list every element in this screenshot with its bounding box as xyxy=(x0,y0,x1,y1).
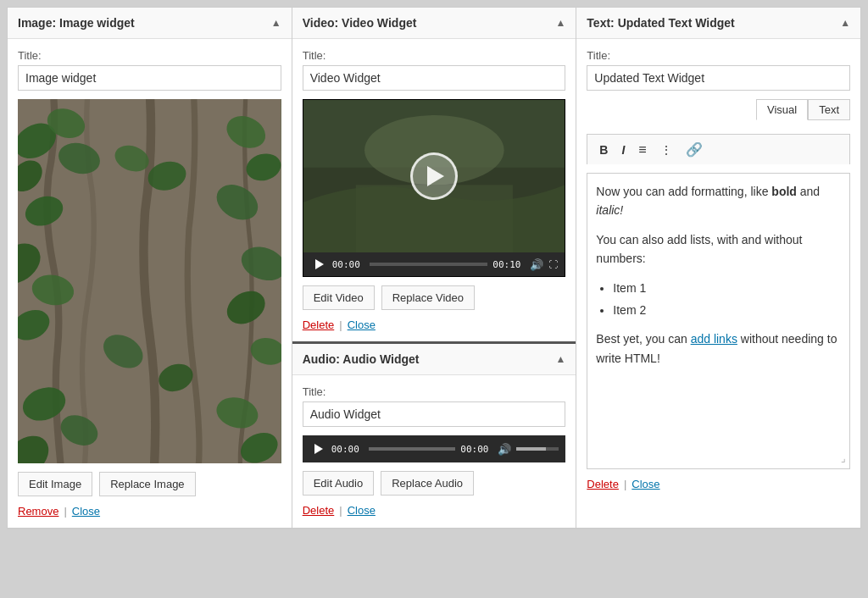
audio-time-total: 00:00 xyxy=(460,444,492,455)
toolbar-italic-button[interactable]: I xyxy=(616,141,630,158)
audio-time-current: 00:00 xyxy=(331,444,364,455)
editor-paragraph-3: Best yet, you can add links without need… xyxy=(596,329,841,368)
editor-add-links[interactable]: add links xyxy=(691,332,737,346)
video-link-separator: | xyxy=(339,318,342,331)
image-widget-header: Image: Image widget ▲ xyxy=(8,8,292,39)
editor-list: Item 1 Item 2 xyxy=(613,279,841,320)
editor-list-item-2: Item 2 xyxy=(613,301,841,319)
image-link-separator: | xyxy=(64,505,66,518)
audio-volume-slider[interactable] xyxy=(516,447,559,451)
edit-video-button[interactable]: Edit Video xyxy=(303,285,375,310)
edit-image-button[interactable]: Edit Image xyxy=(18,472,92,496)
video-delete-link[interactable]: Delete xyxy=(303,318,335,331)
video-player-container: 00:00 00:10 🔊 ⛶ xyxy=(303,99,566,277)
image-preview xyxy=(18,99,281,463)
audio-widget-title: Audio: Audio Widget xyxy=(303,352,420,366)
edit-audio-button[interactable]: Edit Audio xyxy=(303,471,375,496)
audio-title-field-group: Title: xyxy=(303,385,566,427)
editor-tabs: Visual Text xyxy=(587,99,850,120)
video-widget-title: Video: Video Widget xyxy=(303,16,417,30)
video-widget-collapse[interactable]: ▲ xyxy=(555,17,565,29)
video-title-input[interactable] xyxy=(303,65,566,91)
video-thumbnail xyxy=(303,100,565,252)
toolbar-bold-button[interactable]: B xyxy=(594,141,613,158)
audio-button-row: Edit Audio Replace Audio xyxy=(303,471,566,496)
replace-audio-button[interactable]: Replace Audio xyxy=(381,471,474,496)
audio-progress-bar[interactable] xyxy=(369,447,456,451)
video-link-row: Delete | Close xyxy=(303,318,566,331)
text-widget-body: Title: Visual Text B I ≡ ⋮ 🔗 xyxy=(576,39,860,528)
video-play-button[interactable] xyxy=(410,152,458,200)
editor-text-1: Now you can add formatting, like xyxy=(596,185,771,198)
image-title-field-group: Title: xyxy=(18,49,281,91)
image-close-link[interactable]: Close xyxy=(72,505,100,518)
play-triangle-icon xyxy=(427,166,444,186)
image-title-input[interactable] xyxy=(18,65,281,91)
video-controls: 00:00 00:10 🔊 ⛶ xyxy=(303,252,565,276)
text-close-link[interactable]: Close xyxy=(632,478,659,490)
video-time-total: 00:10 xyxy=(492,259,525,270)
image-widget-title: Image: Image widget xyxy=(18,16,135,30)
editor-paragraph-1: Now you can add formatting, like bold an… xyxy=(596,182,841,220)
editor-text-2: and xyxy=(797,185,820,198)
text-title-input[interactable] xyxy=(587,65,850,91)
video-fullscreen-icon[interactable]: ⛶ xyxy=(548,259,558,269)
text-link-separator: | xyxy=(624,478,626,490)
audio-volume-fill xyxy=(516,447,546,451)
editor-italic-text: italic! xyxy=(596,203,623,217)
audio-delete-link[interactable]: Delete xyxy=(303,504,335,517)
video-title-label: Title: xyxy=(303,49,566,62)
image-link-row: Remove | Close xyxy=(18,505,281,518)
audio-link-row: Delete | Close xyxy=(303,504,566,517)
audio-player: 00:00 00:00 🔊 xyxy=(303,435,566,462)
replace-image-button[interactable]: Replace Image xyxy=(99,472,195,496)
video-time-current: 00:00 xyxy=(332,259,364,270)
image-button-row: Edit Image Replace Image xyxy=(18,472,281,496)
video-widget-header: Video: Video Widget ▲ xyxy=(292,8,576,39)
replace-video-button[interactable]: Replace Video xyxy=(381,285,475,310)
video-close-link[interactable]: Close xyxy=(348,318,376,331)
video-title-field-group: Title: xyxy=(303,49,566,91)
text-title-label: Title: xyxy=(587,49,850,62)
editor-list-item-1: Item 1 xyxy=(613,279,841,297)
editor-area[interactable]: Now you can add formatting, like bold an… xyxy=(587,173,850,469)
editor-toolbar: B I ≡ ⋮ 🔗 xyxy=(587,134,850,164)
video-progress-bar[interactable] xyxy=(370,263,488,266)
text-delete-link[interactable]: Delete xyxy=(587,478,619,490)
image-widget-body: Title: xyxy=(8,39,292,528)
video-play-small[interactable] xyxy=(310,256,327,273)
video-volume-icon[interactable]: 🔊 xyxy=(530,258,543,271)
image-widget-collapse[interactable]: ▲ xyxy=(271,17,281,29)
tab-text[interactable]: Text xyxy=(808,99,850,120)
resize-handle-icon[interactable]: ⌟ xyxy=(841,451,846,467)
editor-bold-text: bold xyxy=(771,185,797,198)
video-play-icon xyxy=(315,259,324,269)
ivy-image-inner xyxy=(18,99,281,463)
audio-play-icon xyxy=(314,444,323,454)
ivy-svg xyxy=(18,99,281,463)
toolbar-link-button[interactable]: 🔗 xyxy=(681,140,708,159)
image-remove-link[interactable]: Remove xyxy=(18,505,58,518)
toolbar-ol-button[interactable]: ⋮ xyxy=(655,141,677,158)
audio-volume-icon[interactable]: 🔊 xyxy=(498,443,511,456)
image-title-label: Title: xyxy=(18,49,281,62)
audio-widget-collapse[interactable]: ▲ xyxy=(555,353,565,365)
toolbar-ul-button[interactable]: ≡ xyxy=(633,141,651,159)
text-widget-header: Text: Updated Text Widget ▲ xyxy=(576,8,860,39)
editor-text-3: Best yet, you can xyxy=(596,332,690,346)
audio-play-button[interactable] xyxy=(309,440,326,457)
video-button-row: Edit Video Replace Video xyxy=(303,285,566,310)
audio-title-input[interactable] xyxy=(303,401,566,427)
ivy-image xyxy=(18,99,281,463)
text-widget-title: Text: Updated Text Widget xyxy=(587,16,734,30)
editor-paragraph-2: You can also add lists, with and without… xyxy=(596,230,841,269)
text-link-row: Delete | Close xyxy=(587,478,850,490)
text-widget-collapse[interactable]: ▲ xyxy=(840,17,850,29)
audio-link-separator: | xyxy=(339,504,342,517)
audio-title-label: Title: xyxy=(303,385,566,398)
tab-visual[interactable]: Visual xyxy=(756,99,808,120)
video-widget-body: Title: xyxy=(292,39,576,341)
audio-widget-body: Title: 00:00 00:00 🔊 xyxy=(292,375,576,528)
audio-close-link[interactable]: Close xyxy=(348,504,376,517)
text-title-field-group: Title: xyxy=(587,49,850,91)
